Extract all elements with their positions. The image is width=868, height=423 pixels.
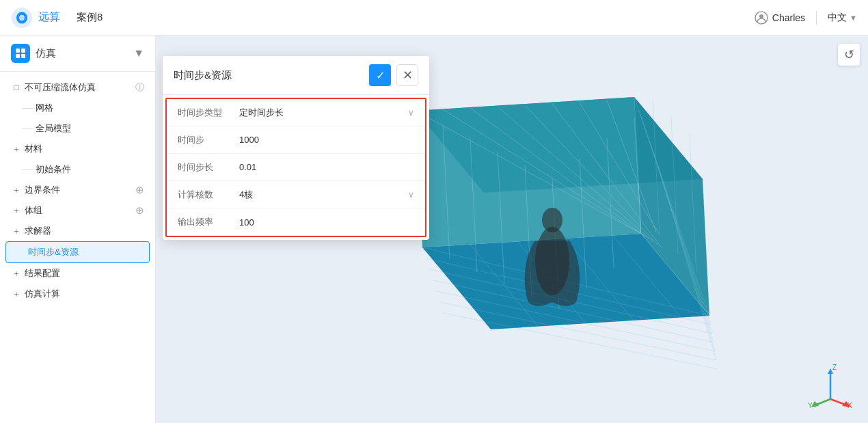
sidebar-item-global-model[interactable]: 全局模型 [0, 118, 155, 139]
expand-icon: ＋ [11, 205, 22, 216]
case-title: 案例8 [77, 11, 103, 24]
sidebar-icon [11, 44, 30, 63]
expand-icon: ＋ [11, 268, 22, 279]
sidebar-item-label: 求解器 [25, 225, 144, 237]
expand-icon: □ [11, 82, 22, 93]
sidebar-item-initial-condition[interactable]: 初始条件 [0, 159, 155, 180]
expand-icon: ＋ [11, 144, 22, 154]
timestep-dialog: 时间步&资源 ✓ ✕ 时间步类型 定时间步长 ∨ [163, 56, 429, 240]
row-value: 1000 [239, 135, 414, 145]
dialog-row-output-freq: 输出频率 100 [167, 208, 425, 236]
user-circle-icon [755, 11, 768, 25]
sidebar-item-label: 网格 [36, 102, 144, 114]
row-label: 时间步长 [178, 161, 239, 174]
svg-point-2 [759, 14, 763, 18]
sidebar-item-label: 初始条件 [36, 163, 144, 176]
dialog-row-timestep: 时间步 1000 [167, 126, 425, 154]
user-info[interactable]: Charles [755, 11, 805, 25]
sidebar-header: 仿真 ▼ [0, 36, 155, 72]
sidebar-item-boundary[interactable]: ＋ 边界条件 ⊕ [0, 180, 155, 200]
user-name: Charles [772, 12, 805, 23]
expand-icon: ＋ [11, 185, 22, 195]
sidebar: 仿真 ▼ □ 不可压缩流体仿真 ⓘ 网格 全局模型 ＋ 材料 [0, 36, 156, 423]
header: 远算 案例8 Charles 中文 ▼ [0, 0, 868, 36]
dialog-confirm-button[interactable]: ✓ [369, 64, 391, 86]
row-value: 4核 [239, 189, 408, 201]
dialog-header: 时间步&资源 ✓ ✕ [163, 56, 429, 95]
sidebar-item-incompressible[interactable]: □ 不可压缩流体仿真 ⓘ [0, 77, 155, 98]
main-layout: 仿真 ▼ □ 不可压缩流体仿真 ⓘ 网格 全局模型 ＋ 材料 [0, 36, 868, 423]
expand-icon: ＋ [11, 226, 22, 236]
lang-arrow-icon: ▼ [850, 14, 857, 22]
content-area: ↺ Z Y X 时间步&资源 [156, 36, 868, 423]
sidebar-item-material[interactable]: ＋ 材料 [0, 139, 155, 159]
dropdown-arrow-icon[interactable]: ∨ [408, 190, 414, 200]
language-label: 中文 [828, 12, 847, 24]
dropdown-arrow-icon[interactable]: ∨ [408, 108, 414, 118]
svg-rect-5 [16, 54, 20, 58]
sidebar-item-sim-calc[interactable]: ＋ 仿真计算 [0, 284, 155, 304]
dialog-body: 时间步类型 定时间步长 ∨ 时间步 1000 时间步长 0.01 [165, 98, 426, 237]
sidebar-item-label: 时间步&资源 [28, 246, 144, 258]
sidebar-item-label: 体组 [25, 204, 135, 217]
row-value: 定时间步长 [239, 107, 408, 119]
row-label: 计算核数 [178, 189, 239, 201]
sidebar-item-result-config[interactable]: ＋ 结果配置 [0, 263, 155, 284]
sidebar-item-label: 全局模型 [36, 122, 144, 135]
sidebar-collapse-btn[interactable]: ▼ [133, 47, 144, 59]
dialog-overlay: 时间步&资源 ✓ ✕ 时间步类型 定时间步长 ∨ [156, 36, 868, 423]
row-value: 0.01 [239, 162, 414, 172]
dialog-row-timestep-type: 时间步类型 定时间步长 ∨ [167, 99, 425, 126]
sidebar-item-label: 材料 [25, 143, 144, 155]
row-label: 时间步 [178, 134, 239, 146]
sidebar-item-label: 仿真计算 [25, 288, 144, 300]
row-label: 输出频率 [178, 216, 239, 228]
sidebar-title: 仿真 [36, 47, 133, 60]
svg-rect-3 [16, 49, 20, 53]
sidebar-item-label: 边界条件 [25, 184, 135, 196]
svg-rect-6 [21, 54, 25, 58]
close-x-icon: ✕ [403, 68, 413, 83]
add-icon[interactable]: ⊕ [135, 184, 144, 196]
svg-rect-4 [21, 49, 25, 53]
sidebar-item-mesh[interactable]: 网格 [0, 98, 155, 118]
sidebar-item-volume-group[interactable]: ＋ 体组 ⊕ [0, 200, 155, 221]
sidebar-item-solver[interactable]: ＋ 求解器 [0, 221, 155, 241]
expand-icon: ＋ [11, 288, 22, 299]
header-right: Charles 中文 ▼ [755, 11, 857, 25]
dialog-title: 时间步&资源 [174, 69, 369, 82]
sidebar-content: □ 不可压缩流体仿真 ⓘ 网格 全局模型 ＋ 材料 初始条件 [0, 72, 155, 423]
dialog-row-timestep-length: 时间步长 0.01 [167, 154, 425, 181]
logo-area: 远算 案例8 [11, 7, 103, 29]
app-logo [11, 7, 33, 29]
language-selector[interactable]: 中文 ▼ [828, 12, 857, 24]
dialog-row-core-count: 计算核数 4核 ∨ [167, 181, 425, 208]
dialog-close-button[interactable]: ✕ [396, 64, 418, 86]
header-divider [816, 11, 817, 25]
sidebar-item-timestep[interactable]: 时间步&资源 [5, 241, 150, 263]
confirm-checkmark-icon: ✓ [376, 69, 385, 82]
row-value: 100 [239, 217, 414, 228]
row-label: 时间步类型 [178, 107, 239, 119]
add-icon[interactable]: ⊕ [135, 204, 144, 217]
app-title: 远算 [38, 10, 60, 25]
sidebar-item-label: 不可压缩流体仿真 [25, 81, 133, 94]
info-icon: ⓘ [135, 81, 144, 94]
sidebar-item-label: 结果配置 [25, 267, 144, 279]
